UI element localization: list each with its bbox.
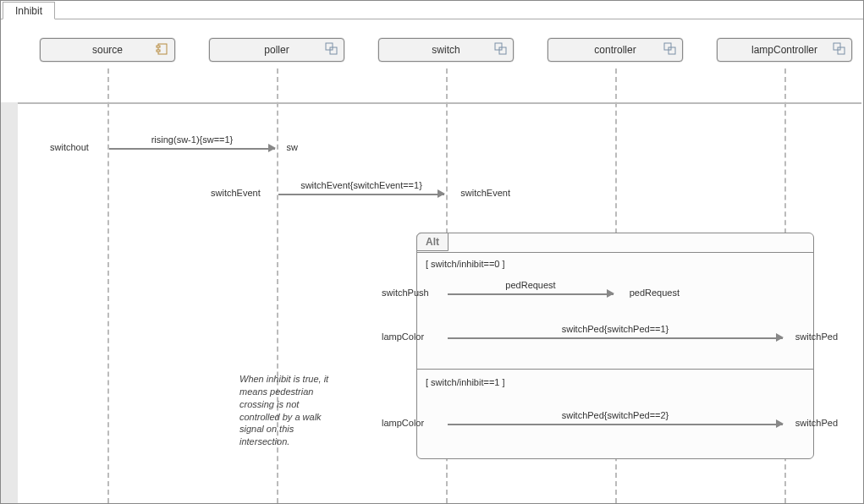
lifeline-controller[interactable]: controller	[548, 38, 683, 62]
canvas-top-rule	[18, 102, 861, 104]
message-switchped-1[interactable]: switchPed{switchPed==1} lampColor switch…	[448, 337, 783, 338]
lifelines-row: source poller switch controller lampCont…	[1, 38, 863, 63]
lifeline-label: source	[92, 44, 123, 56]
lifeline-source[interactable]: source	[40, 38, 175, 62]
arrowhead-icon	[776, 419, 784, 428]
message-line	[448, 337, 783, 339]
stereotype-icon	[663, 42, 677, 56]
svg-rect-9	[834, 43, 840, 50]
tab-label: Inhibit	[15, 5, 42, 17]
diagram-note: When inhibit is true, it means pedestria…	[239, 373, 333, 448]
stereotype-icon	[325, 42, 338, 56]
message-label: switchPed{switchPed==1}	[448, 324, 783, 334]
message-switchevent[interactable]: switchEvent{switchEvent==1} switchEvent …	[278, 194, 444, 194]
tab-bar: Inhibit	[1, 1, 863, 19]
svg-rect-2	[157, 50, 160, 52]
lifeline-poller[interactable]: poller	[209, 38, 344, 62]
arrowhead-icon	[268, 144, 276, 152]
message-line	[109, 148, 275, 150]
lifeline-label: controller	[594, 44, 636, 56]
message-dst: sw	[287, 142, 298, 152]
svg-rect-4	[330, 47, 337, 54]
lifeline-label: lampController	[751, 44, 817, 56]
message-switchped-2[interactable]: switchPed{switchPed==2} lampColor switch…	[448, 424, 783, 425]
message-label: switchEvent{switchEvent==1}	[278, 180, 444, 190]
message-dst: pedRequest	[630, 288, 680, 298]
svg-rect-5	[495, 43, 502, 50]
message-label: switchPed{switchPed==2}	[448, 410, 783, 420]
message-dst: switchEvent	[460, 188, 510, 198]
message-pedrequest[interactable]: pedRequest switchPush pedRequest	[448, 293, 614, 294]
stereotype-icon	[833, 42, 846, 56]
arrowhead-icon	[438, 189, 445, 198]
alt-title: Alt	[416, 233, 449, 251]
canvas-gutter	[1, 102, 18, 503]
message-label: rising(sw-1){sw==1}	[109, 134, 275, 145]
svg-rect-10	[838, 47, 845, 54]
svg-rect-6	[499, 47, 506, 54]
component-icon	[156, 42, 169, 56]
svg-rect-3	[326, 43, 333, 50]
svg-rect-1	[157, 46, 160, 47]
message-line	[448, 293, 614, 295]
message-label: pedRequest	[448, 280, 614, 290]
message-line	[278, 194, 444, 195]
message-src: lampColor	[382, 418, 424, 428]
message-rising[interactable]: rising(sw-1){sw==1} switchout sw	[109, 148, 275, 149]
message-dst: switchPed	[795, 418, 838, 428]
message-dst: switchPed	[795, 331, 838, 342]
stereotype-icon	[494, 42, 508, 56]
lifeline-lampcontroller[interactable]: lampController	[717, 38, 852, 62]
message-src: lampColor	[382, 331, 424, 342]
alt-guard-2: [ switch/inhibit==1 ]	[426, 377, 505, 387]
message-src: switchPush	[382, 288, 429, 298]
message-line	[448, 424, 783, 425]
alt-divider-mid	[417, 369, 813, 370]
diagram-frame: Inhibit source poller switch controller	[0, 0, 864, 504]
tab-inhibit[interactable]: Inhibit	[3, 2, 55, 19]
lifeline-label: poller	[264, 44, 289, 56]
svg-rect-8	[669, 47, 675, 54]
alt-divider-top	[417, 252, 813, 253]
arrowhead-icon	[607, 289, 614, 298]
message-src: switchEvent	[211, 188, 261, 198]
lifeline-switch[interactable]: switch	[378, 38, 514, 62]
lifeline-label: switch	[432, 44, 460, 56]
sequence-canvas: rising(sw-1){sw==1} switchout sw switchE…	[1, 68, 863, 503]
svg-rect-7	[664, 43, 671, 50]
message-src: switchout	[50, 142, 89, 152]
alt-guard-1: [ switch/inhibit==0 ]	[426, 259, 505, 269]
arrowhead-icon	[776, 333, 784, 342]
